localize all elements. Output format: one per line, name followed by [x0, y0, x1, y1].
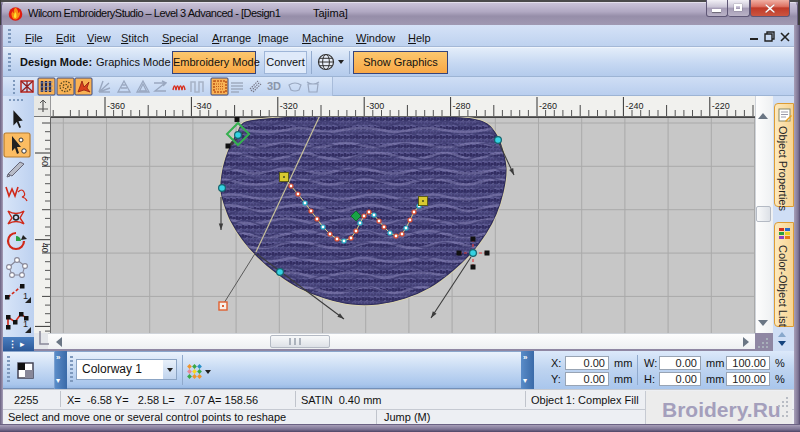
svg-text:3D: 3D — [267, 80, 281, 92]
svg-text:40: 40 — [40, 243, 50, 253]
svg-text:-300: -300 — [366, 101, 384, 111]
svg-text:1: 1 — [23, 319, 28, 329]
svg-text:-320: -320 — [280, 101, 298, 111]
svg-text:-220: -220 — [712, 101, 730, 111]
svg-text:-260: -260 — [539, 101, 557, 111]
svg-text:1: 1 — [23, 291, 28, 301]
svg-text:-240: -240 — [625, 101, 643, 111]
svg-text:-280: -280 — [453, 101, 471, 111]
svg-text:-340: -340 — [193, 101, 211, 111]
svg-text:-360: -360 — [107, 101, 125, 111]
svg-text:60: 60 — [40, 156, 50, 166]
